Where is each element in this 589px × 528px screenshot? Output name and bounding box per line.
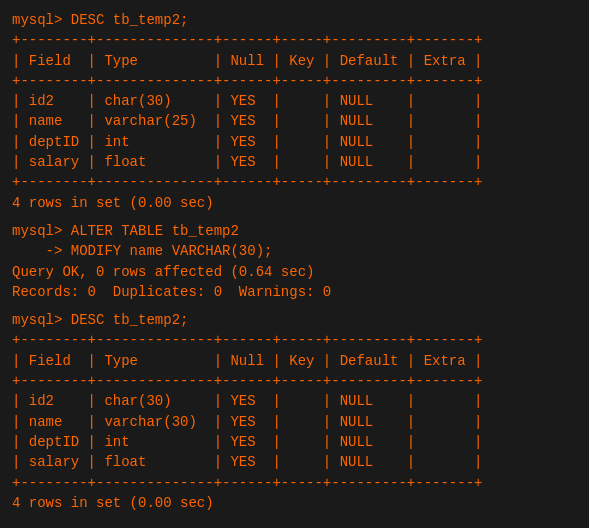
- block-gap: [12, 213, 577, 221]
- table-row: | salary | float | YES | | NULL | |: [12, 152, 577, 172]
- table-row: | name | varchar(25) | YES | | NULL | |: [12, 111, 577, 131]
- table-row: | deptID | int | YES | | NULL | |: [12, 432, 577, 452]
- table-row: | deptID | int | YES | | NULL | |: [12, 132, 577, 152]
- sql-command: mysql> DESC tb_temp2;: [12, 310, 577, 330]
- terminal-window: mysql> DESC tb_temp2;+--------+---------…: [12, 10, 577, 513]
- query-result: 4 rows in set (0.00 sec): [12, 193, 577, 213]
- block-gap: [12, 302, 577, 310]
- table-border-top: +--------+--------------+------+-----+--…: [12, 30, 577, 50]
- sql-output-line: Query OK, 0 rows affected (0.64 sec): [12, 262, 577, 282]
- table-row: | id2 | char(30) | YES | | NULL | |: [12, 391, 577, 411]
- table-border-bot: +--------+--------------+------+-----+--…: [12, 473, 577, 493]
- table-row: | name | varchar(30) | YES | | NULL | |: [12, 412, 577, 432]
- sql-output-line: Records: 0 Duplicates: 0 Warnings: 0: [12, 282, 577, 302]
- sql-output-line: -> MODIFY name VARCHAR(30);: [12, 241, 577, 261]
- sql-command: mysql> DESC tb_temp2;: [12, 10, 577, 30]
- table-border-mid: +--------+--------------+------+-----+--…: [12, 371, 577, 391]
- table-border-top: +--------+--------------+------+-----+--…: [12, 330, 577, 350]
- table-header: | Field | Type | Null | Key | Default | …: [12, 351, 577, 371]
- table-border-mid: +--------+--------------+------+-----+--…: [12, 71, 577, 91]
- sql-output-line: mysql> ALTER TABLE tb_temp2: [12, 221, 577, 241]
- table-border-bot: +--------+--------------+------+-----+--…: [12, 172, 577, 192]
- query-result: 4 rows in set (0.00 sec): [12, 493, 577, 513]
- table-row: | id2 | char(30) | YES | | NULL | |: [12, 91, 577, 111]
- table-header: | Field | Type | Null | Key | Default | …: [12, 51, 577, 71]
- table-row: | salary | float | YES | | NULL | |: [12, 452, 577, 472]
